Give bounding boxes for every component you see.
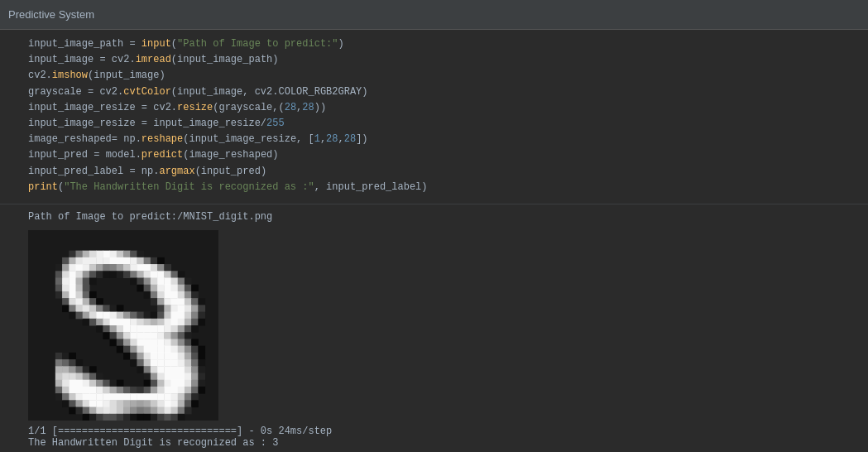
code-line-10: print("The Handwritten Digit is recogniz… (28, 180, 863, 195)
output-cell: Path of Image to predict:/MNIST_digit.pn… (0, 206, 868, 452)
code-line-8: input_pred = model.predict(image_reshape… (28, 147, 863, 163)
title-bar: Predictive System (0, 0, 868, 30)
mnist-digit-image (28, 230, 218, 421)
code-line-7: image_reshaped= np.reshape(input_image_r… (28, 132, 863, 147)
code-line-3: cv2.imshow(input_image) (28, 68, 863, 84)
code-cell-content[interactable]: input_image_path = input("Path of Image … (23, 33, 868, 199)
main-content: input_image_path = input("Path of Image … (0, 30, 868, 452)
output-cell-content: Path of Image to predict:/MNIST_digit.pn… (23, 206, 868, 452)
code-line-6: input_image_resize = input_image_resize/… (28, 116, 863, 132)
code-line-1: input_image_path = input("Path of Image … (28, 36, 863, 52)
code-line-9: input_pred_label = np.argmax(input_pred) (28, 164, 863, 180)
code-line-5: input_image_resize = cv2.resize(grayscal… (28, 100, 863, 116)
output-prompt-line: Path of Image to predict:/MNIST_digit.pn… (28, 209, 863, 225)
output-result-line: The Handwritten Digit is recognized as :… (28, 437, 863, 449)
code-line-4: grayscale = cv2.cvtColor(input_image, cv… (28, 84, 863, 100)
output-cell-gutter (0, 206, 23, 452)
cell-divider (0, 204, 868, 204)
output-progress-line: 1/1 [==============================] - 0… (28, 426, 863, 437)
code-line-2: input_image = cv2.imread(input_image_pat… (28, 52, 863, 68)
code-cell-gutter (0, 33, 23, 199)
app-title: Predictive System (8, 8, 94, 21)
code-cell: input_image_path = input("Path of Image … (0, 30, 868, 202)
